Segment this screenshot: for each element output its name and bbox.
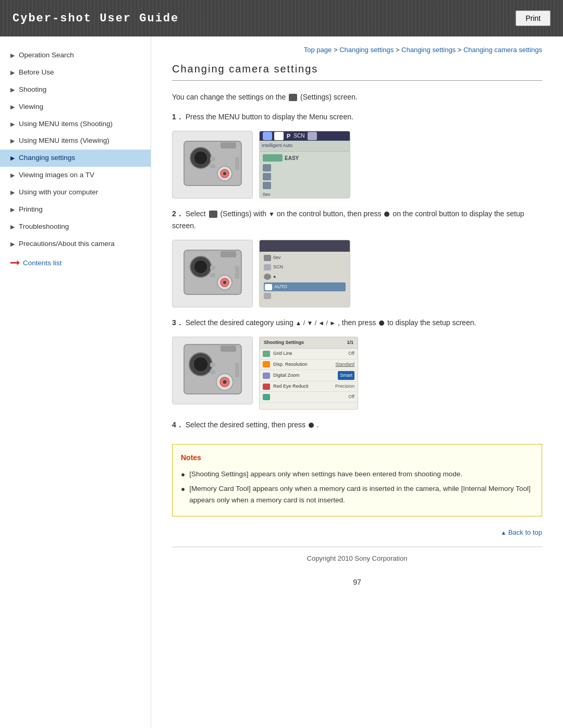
notes-box: Notes ● [Shooting Settings] appears only…: [172, 444, 542, 517]
app-title: Cyber-shot User Guide: [13, 12, 179, 25]
step-3-text: 3． Select the desired category using ▲ /…: [172, 317, 542, 329]
back-to-top: ▲ Back to top: [172, 527, 542, 538]
easy-icon: [263, 154, 283, 162]
screen3-icon-5: [263, 394, 270, 400]
s2-icon-3: [264, 274, 271, 280]
svg-rect-13: [221, 251, 236, 257]
screen3-icon-2: [263, 361, 270, 367]
screen-image-2: 0ev SCN ● A: [259, 240, 350, 307]
contents-list-link[interactable]: Contents list: [0, 253, 151, 269]
menu-icon-1: [263, 132, 272, 140]
notes-item-2: ● [Memory Card Tool] appears only when a…: [181, 483, 533, 505]
step-1-images: P SCN Intelligent Auto EASY: [172, 131, 542, 199]
step-2-text: 2． Select (Settings) with ▼ on the contr…: [172, 208, 542, 233]
contents-list-label: Contents list: [23, 259, 62, 267]
sidebar-item-label: Viewing: [19, 102, 43, 112]
step-2: 2． Select (Settings) with ▼ on the contr…: [172, 208, 542, 308]
svg-point-7: [223, 172, 226, 175]
sidebar-item-viewing[interactable]: ▶ Viewing: [0, 98, 151, 116]
sidebar-item-troubleshooting[interactable]: ▶ Troubleshooting: [0, 218, 151, 236]
step-3-images: Shooting Settings 1/1 Grid Line Off Disp…: [172, 337, 542, 410]
sidebar-item-label: Shooting: [19, 85, 46, 95]
s2-icon-5: [264, 293, 271, 299]
breadcrumb-changing-settings-2[interactable]: Changing settings: [401, 46, 456, 54]
back-to-top-label: Back to top: [508, 528, 542, 536]
s2-icon-4: [265, 284, 272, 290]
svg-point-12: [194, 260, 207, 274]
screen3-icon-3: [263, 373, 270, 379]
breadcrumb-changing-camera-settings[interactable]: Changing camera settings: [463, 46, 542, 54]
s2-icon-2: [264, 264, 271, 270]
chevron-right-icon: ▶: [10, 86, 15, 94]
breadcrumb-top[interactable]: Top page: [304, 46, 332, 54]
main-layout: ▶ Operation Search ▶ Before Use ▶ Shooti…: [0, 36, 563, 728]
sidebar: ▶ Operation Search ▶ Before Use ▶ Shooti…: [0, 36, 151, 728]
svg-rect-28: [210, 363, 215, 367]
chevron-right-icon: ▶: [10, 189, 15, 196]
sidebar-item-viewing-tv[interactable]: ▶ Viewing images on a TV: [0, 167, 151, 184]
chevron-right-icon: ▶: [10, 52, 15, 59]
chevron-right-icon: ▶: [10, 154, 15, 162]
camera-image-2: [172, 240, 253, 307]
sidebar-item-using-menu-shooting[interactable]: ▶ Using MENU items (Shooting): [0, 116, 151, 133]
svg-rect-4: [235, 157, 239, 170]
svg-point-2: [194, 151, 207, 165]
sidebar-item-using-computer[interactable]: ▶ Using with your computer: [0, 184, 151, 201]
step-4-text: 4． Select the desired setting, then pres…: [172, 419, 542, 431]
footer: Copyright 2010 Sony Corporation: [172, 547, 542, 573]
chevron-right-icon: ▶: [10, 137, 15, 145]
sidebar-item-shooting[interactable]: ▶ Shooting: [0, 81, 151, 98]
sidebar-item-label: Precautions/About this camera: [19, 239, 115, 249]
svg-rect-18: [210, 266, 215, 270]
back-to-top-link[interactable]: ▲ Back to top: [500, 528, 542, 536]
circle-btn-icon: [384, 212, 389, 217]
svg-point-17: [223, 281, 226, 284]
sidebar-item-label: Viewing images on a TV: [19, 170, 94, 180]
chevron-right-icon: ▶: [10, 171, 15, 179]
screen-image-3: Shooting Settings 1/1 Grid Line Off Disp…: [259, 337, 358, 410]
sidebar-item-changing-settings[interactable]: ▶ Changing settings: [0, 150, 151, 167]
sidebar-item-precautions[interactable]: ▶ Precautions/About this camera: [0, 236, 151, 253]
sidebar-item-label: Troubleshooting: [19, 222, 69, 232]
s2-icon-1: [264, 255, 271, 261]
screen-image-1: P SCN Intelligent Auto EASY: [259, 131, 350, 199]
svg-point-27: [223, 380, 226, 384]
menu-icon-2: [274, 132, 284, 140]
step-2-images: 0ev SCN ● A: [172, 240, 542, 307]
bullet-icon-2: ●: [181, 484, 185, 495]
main-content: Top page > Changing settings > Changing …: [151, 36, 563, 728]
sidebar-item-label: Using MENU items (Shooting): [19, 119, 113, 129]
sidebar-item-operation-search[interactable]: ▶ Operation Search: [0, 47, 151, 64]
svg-rect-9: [210, 164, 215, 168]
settings-icon: [289, 94, 297, 101]
svg-rect-3: [221, 142, 236, 149]
notes-title: Notes: [181, 452, 533, 464]
step-1-text: 1． Press the MENU button to display the …: [172, 111, 542, 124]
breadcrumb-changing-settings-1[interactable]: Changing settings: [339, 46, 394, 54]
sidebar-item-label: Using MENU items (Viewing): [19, 136, 109, 146]
print-button[interactable]: Print: [516, 10, 550, 26]
sidebar-item-using-menu-viewing[interactable]: ▶ Using MENU items (Viewing): [0, 132, 151, 150]
sidebar-item-before-use[interactable]: ▶ Before Use: [0, 64, 151, 81]
sidebar-item-label: Operation Search: [19, 51, 74, 60]
svg-rect-19: [210, 273, 215, 277]
svg-rect-24: [235, 363, 239, 377]
screen3-icon-1: [263, 351, 270, 357]
chevron-right-icon: ▶: [10, 69, 15, 77]
camera-image-1: [172, 131, 253, 199]
breadcrumb: Top page > Changing settings > Changing …: [172, 46, 542, 54]
row-icon-4: [263, 182, 271, 189]
page-title: Changing camera settings: [172, 63, 542, 81]
up-arrow-icon: ▲: [500, 529, 506, 536]
screen3-icon-4: [263, 384, 270, 390]
svg-rect-23: [221, 346, 236, 352]
step-3: 3． Select the desired category using ▲ /…: [172, 317, 542, 410]
sidebar-item-printing[interactable]: ▶ Printing: [0, 201, 151, 218]
intro-paragraph: You can change the settings on the (Sett…: [172, 91, 542, 104]
bullet-icon-1: ●: [181, 469, 185, 480]
svg-rect-8: [210, 157, 215, 161]
sidebar-item-label: Before Use: [19, 68, 54, 78]
sidebar-item-label: Using with your computer: [19, 188, 98, 198]
camera-image-3: [172, 337, 253, 404]
svg-rect-29: [210, 370, 215, 374]
